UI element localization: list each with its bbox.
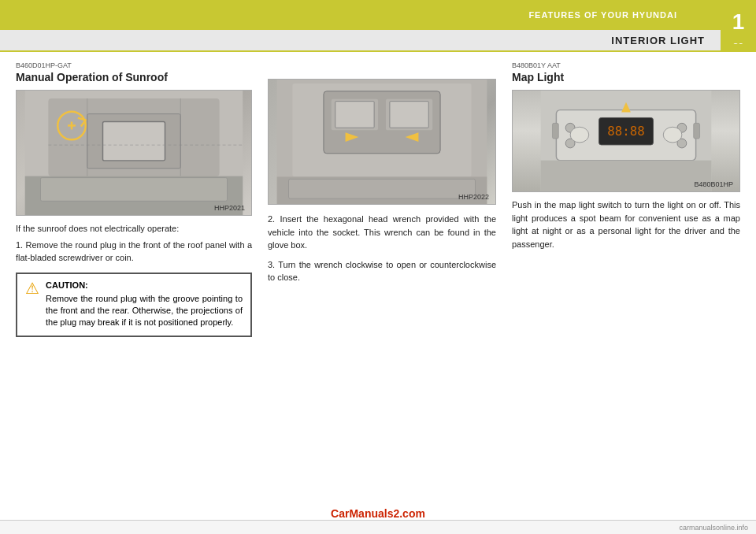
caution-content: CAUTION: Remove the round plug with the … (46, 280, 243, 329)
svg-rect-18 (390, 102, 428, 128)
right-column: B480B01Y AAT Map Light 88:88 (512, 61, 740, 495)
left-section-title: Manual Operation of Sunroof (16, 71, 252, 83)
chapter-number: 1 (732, 9, 745, 35)
svg-rect-34 (552, 123, 558, 139)
maplight-image: 88:88 B480B01HP (512, 90, 740, 192)
left-body-text: If the sunroof does not electrically ope… (16, 222, 252, 235)
sunroof-svg (17, 91, 251, 215)
svg-rect-3 (103, 122, 165, 161)
interior-image-caption: HHP2022 (458, 193, 489, 201)
caution-text: Remove the round plug with the groove po… (46, 293, 243, 329)
footer-text: carmanualsonline.info (679, 524, 748, 532)
header-bar: FEATURES OF YOUR HYUNDAI (0, 0, 756, 30)
step-2-text: Insert the hexagonal head wrench provide… (268, 214, 496, 250)
step-1-number: 1. (16, 240, 26, 250)
middle-column: HHP2022 2. Insert the hexagonal head wre… (268, 61, 496, 495)
maplight-image-caption: B480B01HP (694, 180, 733, 188)
sunroof-image: HHP2021 (16, 90, 252, 216)
right-section-title: Map Light (512, 71, 740, 83)
step-1: 1. Remove the round plug in the front of… (16, 239, 252, 265)
svg-rect-17 (335, 102, 374, 128)
section-title: INTERIOR LIGHT (611, 35, 705, 46)
caution-box: ⚠ CAUTION: Remove the round plug with th… (16, 273, 252, 337)
svg-text:88:88: 88:88 (607, 124, 644, 139)
svg-rect-11 (41, 178, 228, 202)
svg-point-32 (663, 127, 682, 143)
caution-title: CAUTION: (46, 280, 243, 290)
sunroof-image-caption: HHP2021 (214, 204, 245, 212)
caution-icon: ⚠ (25, 280, 39, 329)
watermark: CarManuals2.com (331, 507, 425, 520)
footer-bar: carmanualsonline.info (0, 520, 756, 534)
step-3-text: Turn the wrench clockwise to open or cou… (268, 260, 496, 283)
content-area: B460D01HP-GAT Manual Operation of Sunroo… (0, 52, 756, 502)
right-body-text: Push in the map light switch to turn the… (512, 198, 740, 250)
interior-svg (269, 80, 495, 204)
step-2: 2. Insert the hexagonal head wrench prov… (268, 213, 496, 252)
chapter-box: 1 (721, 0, 756, 43)
svg-point-31 (570, 127, 589, 143)
step-1-text: Remove the round plug in the front of th… (16, 240, 252, 263)
maplight-svg: 88:88 (513, 91, 739, 191)
step-2-number: 2. (268, 214, 280, 224)
left-column: B460D01HP-GAT Manual Operation of Sunroo… (16, 61, 252, 495)
step-3-number: 3. (268, 260, 278, 269)
header-title: FEATURES OF YOUR HYUNDAI (528, 10, 677, 20)
right-section-code: B480B01Y AAT (512, 61, 740, 69)
svg-rect-35 (694, 123, 700, 139)
svg-rect-22 (289, 179, 476, 198)
svg-rect-36 (541, 161, 712, 191)
section-title-bar: INTERIOR LIGHT (0, 30, 721, 52)
step-3: 3. Turn the wrench clockwise to open or … (268, 258, 496, 284)
left-section-code: B460D01HP-GAT (16, 61, 252, 69)
interior-image: HHP2022 (268, 79, 496, 205)
